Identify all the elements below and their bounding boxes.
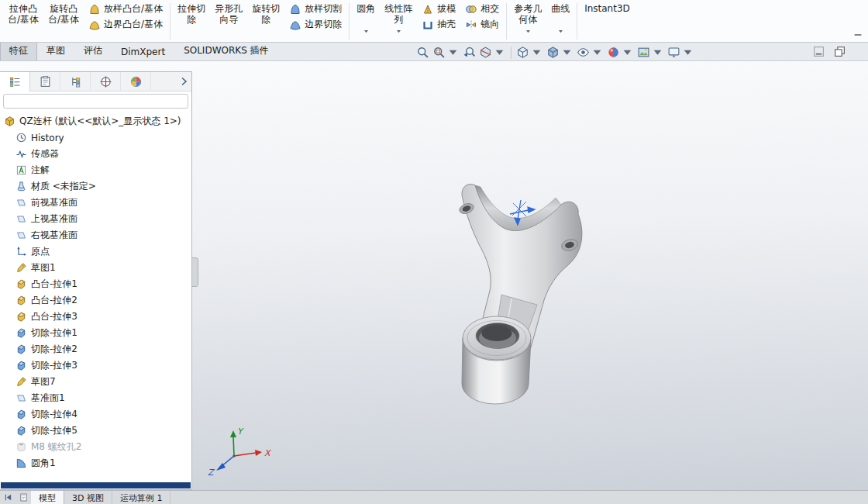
panel-splitter-handle[interactable] xyxy=(192,257,198,287)
ribbon-button-boundary-cut[interactable]: 边界切除 xyxy=(286,17,345,32)
tree-item[interactable]: 切除-拉伸4 xyxy=(0,406,191,423)
dropdown-caret-icon[interactable] xyxy=(493,46,506,59)
edit-appearance-button[interactable] xyxy=(605,45,636,60)
dropdown-caret-icon[interactable] xyxy=(651,46,664,59)
dropdown-caret-icon[interactable] xyxy=(591,46,604,59)
triad-y-label: Y xyxy=(237,426,244,437)
configuration-manager-tab[interactable] xyxy=(60,72,91,91)
hide-show-items-button[interactable] xyxy=(575,45,605,60)
tree-item[interactable]: 草图1 xyxy=(0,260,191,276)
tree-item-label: 材质 <未指定> xyxy=(31,180,96,193)
tree-item[interactable]: 草图7 xyxy=(0,374,191,390)
property-manager-tab[interactable] xyxy=(30,72,60,91)
feature-tree: QZ连杆 (默认<<默认>_显示状态 1>)History传感器注解材质 <未指… xyxy=(0,111,191,481)
tree-item[interactable]: 切除-拉伸5 xyxy=(0,423,191,439)
tree-item[interactable]: 前视基准面 xyxy=(0,195,191,211)
view-settings-button[interactable] xyxy=(666,45,696,60)
tab-features[interactable]: 特征 xyxy=(0,41,37,60)
ribbon-button-revolved-boss-base[interactable]: 旋转凸台/基体 xyxy=(43,1,84,42)
dropdown-caret-icon[interactable] xyxy=(446,46,460,59)
display-style-button[interactable] xyxy=(545,45,575,60)
dropdown-caret-icon[interactable] xyxy=(394,28,403,35)
ribbon-button-mirror[interactable]: 镜向 xyxy=(462,17,502,32)
tree-item[interactable]: M8 螺纹孔2 xyxy=(0,439,191,455)
rollback-bar[interactable] xyxy=(1,482,191,488)
mirror-icon xyxy=(465,19,477,31)
tree-item[interactable]: 切除-拉伸2 xyxy=(0,341,191,357)
dropdown-caret-icon[interactable] xyxy=(560,46,574,59)
tab-solidworks-addins[interactable]: SOLIDWORKS 插件 xyxy=(174,41,277,60)
tree-item-label: 切除-拉伸1 xyxy=(31,326,78,340)
statusbar-tab-motion-study-1[interactable]: 运动算例 1 xyxy=(112,491,171,504)
tree-item[interactable]: 上视基准面 xyxy=(0,211,191,227)
ribbon-button-lofted-boss-base[interactable]: 放样凸台/基体 xyxy=(85,2,166,16)
ribbon-separator xyxy=(349,3,350,40)
feature-manager-tab[interactable] xyxy=(0,72,30,91)
property-manager-icon xyxy=(39,75,52,88)
ribbon-button-revolved-cut[interactable]: 旋转切除 xyxy=(247,1,284,42)
ribbon-button-extruded-cut[interactable]: 拉伸切除 xyxy=(173,1,210,42)
tree-item[interactable]: 凸台-拉伸3 xyxy=(0,309,191,325)
statusbar-tab-model[interactable]: 模型 xyxy=(31,491,64,504)
ribbon-button-lofted-cut[interactable]: 放样切割 xyxy=(286,2,345,16)
tab-sketch[interactable]: 草图 xyxy=(37,41,74,60)
shell-icon xyxy=(422,19,434,31)
motion-rewind-button[interactable] xyxy=(0,491,16,504)
tree-filter-input[interactable] xyxy=(3,94,188,109)
tree-item[interactable]: 传感器 xyxy=(0,146,191,162)
tree-item-label: M8 螺纹孔2 xyxy=(31,440,81,454)
ribbon-button-curves[interactable]: 曲线 xyxy=(546,1,574,42)
display-manager-tab[interactable] xyxy=(121,72,151,91)
zoom-to-fit-button[interactable] xyxy=(415,45,431,60)
tab-dimxpert[interactable]: DimXpert xyxy=(112,43,174,60)
view-orientation-button[interactable] xyxy=(515,45,545,60)
dimxpert-manager-tab[interactable] xyxy=(91,72,121,91)
material-icon xyxy=(16,181,27,192)
tree-item[interactable]: History xyxy=(0,129,191,146)
minimize-ribbon-button[interactable] xyxy=(851,29,865,40)
statusbar-tab-3d-views[interactable]: 3D 视图 xyxy=(64,491,112,504)
ribbon-button-fillet[interactable]: 圆角 xyxy=(352,1,380,42)
dropdown-caret-icon[interactable] xyxy=(362,28,370,35)
dropdown-caret-icon[interactable] xyxy=(681,46,694,59)
tree-item[interactable]: 材质 <未指定> xyxy=(0,178,191,195)
tree-item[interactable]: 基准面1 xyxy=(0,390,191,406)
origin-icon xyxy=(16,246,27,257)
tree-root-item[interactable]: QZ连杆 (默认<<默认>_显示状态 1>) xyxy=(0,113,191,129)
section-view-button[interactable] xyxy=(477,45,508,60)
zoom-to-area-button[interactable] xyxy=(431,45,461,60)
document-restore-button[interactable] xyxy=(833,45,846,58)
panel-flyout-button[interactable] xyxy=(177,74,190,88)
tree-item[interactable]: 原点 xyxy=(0,243,191,260)
tree-item[interactable]: 右视基准面 xyxy=(0,227,191,243)
ribbon-button-linear-pattern[interactable]: 线性阵列 xyxy=(380,1,417,42)
dropdown-caret-icon[interactable] xyxy=(524,28,532,35)
ribbon-button-shell[interactable]: 抽壳 xyxy=(418,17,459,32)
tab-evaluate[interactable]: 评估 xyxy=(74,41,112,60)
tree-item[interactable]: 圆角1 xyxy=(0,455,191,471)
dropdown-caret-icon[interactable] xyxy=(556,28,565,35)
tree-item[interactable]: 凸台-拉伸2 xyxy=(0,292,191,309)
cut-extrude-icon xyxy=(16,409,27,420)
feature-manager-icon xyxy=(9,75,22,88)
tree-item[interactable]: 凸台-拉伸1 xyxy=(0,276,191,292)
dropdown-caret-icon[interactable] xyxy=(621,46,634,59)
apply-scene-button[interactable] xyxy=(636,45,666,60)
tree-item[interactable]: 切除-拉伸3 xyxy=(0,357,191,374)
model-3d[interactable] xyxy=(458,185,582,404)
ribbon-button-extruded-boss-base[interactable]: 拉伸凸台/基体 xyxy=(3,1,43,42)
toolbar-separator xyxy=(511,47,512,59)
sheet-button[interactable] xyxy=(16,491,31,504)
ribbon-button-draft[interactable]: 拔模 xyxy=(418,2,459,16)
dropdown-caret-icon[interactable] xyxy=(530,46,543,59)
document-minimize-button[interactable] xyxy=(812,45,825,58)
tree-item[interactable]: 切除-拉伸1 xyxy=(0,325,191,341)
ribbon-button-hole-wizard[interactable]: 异形孔向导 xyxy=(210,1,247,42)
ribbon-button-intersect[interactable]: 相交 xyxy=(462,2,502,16)
ribbon-button-reference-geometry[interactable]: 参考几何体 xyxy=(509,1,546,42)
ribbon-button-instant3d[interactable]: Instant3D xyxy=(580,1,635,42)
tree-item[interactable]: 注解 xyxy=(0,162,191,178)
intersect-icon xyxy=(465,3,477,16)
previous-view-button[interactable] xyxy=(461,45,477,60)
ribbon-button-boundary-boss-base[interactable]: 边界凸台/基体 xyxy=(85,17,166,32)
